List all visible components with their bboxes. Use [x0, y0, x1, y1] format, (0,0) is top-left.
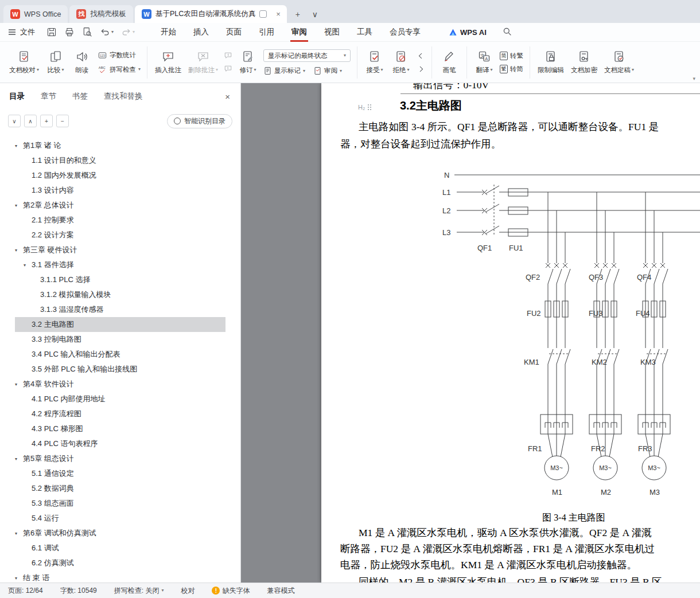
missing-font-warning[interactable]: ! 缺失字体	[212, 586, 250, 596]
track-changes-button[interactable]: 修订▾	[235, 48, 261, 77]
menu-tab-引用[interactable]: 引用	[250, 23, 283, 42]
zoom-out-button[interactable]: −	[56, 115, 69, 127]
toc-item[interactable]: ▾结 束 语	[15, 570, 225, 583]
file-menu-button[interactable]: 文件	[8, 27, 35, 37]
toc-item[interactable]: 1.1 设计目的和意义	[15, 153, 225, 168]
toc-item[interactable]: 1.2 国内外发展概况	[15, 168, 225, 183]
previous-change-button[interactable]	[417, 52, 425, 60]
tab-template-doc[interactable]: 找 找稿壳模板	[69, 5, 133, 23]
undo-button[interactable]: ▾	[100, 27, 114, 37]
insert-comment-button[interactable]: 插入批注	[151, 48, 185, 77]
finalize-document-button[interactable]: 文档定稿▾	[601, 48, 637, 77]
document-area[interactable]: 输出信号：0-10V H₂ 3.2主电路图 主电路如图 3-4 所示。QF1 是…	[241, 83, 700, 583]
page[interactable]: 输出信号：0-10V H₂ 3.2主电路图 主电路如图 3-4 所示。QF1 是…	[321, 83, 700, 583]
toc-item[interactable]: ▾第1章 诸 论	[15, 138, 225, 153]
next-comment-button[interactable]	[224, 65, 232, 73]
proofread-button[interactable]: 校对	[181, 586, 195, 596]
toc-item[interactable]: 4.3 PLC 梯形图	[15, 421, 225, 436]
show-markup-button[interactable]: 显示标记 ▾	[263, 67, 305, 75]
toc-item[interactable]: 3.4 PLC 输入和输出分配表	[15, 347, 225, 362]
compatibility-mode-indicator[interactable]: 兼容模式	[267, 586, 294, 596]
zoom-in-button[interactable]: +	[40, 115, 53, 127]
spell-check-button[interactable]: ABC 拼写检查 ▾	[98, 65, 141, 75]
toc-item[interactable]: 5.1 通信设定	[15, 466, 225, 481]
toc-item[interactable]: 3.1.3 温湿度传感器	[15, 302, 225, 317]
restrict-editing-button[interactable]: 限制编辑	[534, 48, 567, 77]
sidebar-tab-查找和替换[interactable]: 查找和替换	[104, 91, 143, 101]
save-button[interactable]	[46, 27, 57, 37]
tab-wps-office[interactable]: W WPS Office	[3, 5, 68, 23]
toc-item[interactable]: 1.3 设计内容	[15, 183, 225, 198]
toc-item[interactable]: 5.4 运行	[15, 511, 225, 526]
traditional-to-simplified-button[interactable]: 繁 转简	[500, 65, 523, 73]
translate-button[interactable]: 文A 翻译▾	[471, 48, 497, 77]
toc-expand-arrow-icon[interactable]: ▾	[15, 576, 23, 581]
new-tab-button[interactable]: +	[290, 7, 305, 22]
collapse-all-button[interactable]: ∧	[24, 115, 37, 127]
toc-item[interactable]: 3.1.2 模拟量输入模块	[15, 287, 225, 302]
toc-item[interactable]: 3.5 外部 PLC 输入和输出接线图	[15, 362, 225, 377]
sidebar-tab-章节[interactable]: 章节	[41, 91, 56, 101]
smart-toc-button[interactable]: 智能识别目录	[167, 114, 232, 128]
toc-item[interactable]: 2.1 控制要求	[15, 213, 225, 228]
delete-comment-button[interactable]: 删除批注▾	[185, 48, 221, 77]
toc-item[interactable]: 2.2 设计方案	[15, 228, 225, 243]
accept-button[interactable]: 接受▾	[361, 48, 388, 77]
menu-tab-开始[interactable]: 开始	[152, 23, 185, 42]
collapse-ribbon-icon[interactable]: ▾	[693, 76, 695, 81]
toc-item[interactable]: ▾第2章 总体设计	[15, 198, 225, 213]
page-indicator[interactable]: 页面: 12/64	[8, 586, 43, 596]
toc-item[interactable]: 3.2 主电路图	[15, 317, 225, 332]
toc-item[interactable]: 3.3 控制电路图	[15, 332, 225, 347]
encrypt-document-button[interactable]: 文档加密	[567, 48, 601, 77]
search-button[interactable]	[503, 27, 512, 38]
previous-comment-button[interactable]	[224, 52, 232, 60]
toc-item[interactable]: ▾3.1 器件选择	[15, 257, 225, 272]
word-count-indicator[interactable]: 字数: 10549	[60, 586, 97, 596]
sidebar-close-icon[interactable]: ×	[225, 92, 230, 101]
pen-button[interactable]: 画笔	[436, 48, 462, 77]
toc-expand-arrow-icon[interactable]: ▾	[15, 382, 23, 387]
word-count-button[interactable]: 123 字数统计	[98, 50, 141, 60]
toc-item[interactable]: 4.1 PLC 内部使用地址	[15, 392, 225, 407]
menu-tab-工具[interactable]: 工具	[348, 23, 381, 42]
heading-handle[interactable]: H₂	[358, 104, 372, 111]
menu-tab-页面[interactable]: 页面	[217, 23, 250, 42]
menu-tab-插入[interactable]: 插入	[185, 23, 217, 42]
sidebar-tab-书签[interactable]: 书签	[72, 91, 88, 101]
toc-item[interactable]: 3.1.1 PLC 选择	[15, 272, 225, 287]
close-icon[interactable]: ×	[274, 10, 282, 18]
toc-item[interactable]: ▾第4章 软件设计	[15, 377, 225, 392]
toc-item[interactable]: ▾第6章 调试和仿真测试	[15, 526, 225, 541]
markup-state-select[interactable]: 显示标记的最终状态 ▾	[263, 49, 351, 62]
doc-proof-button[interactable]: 文档校对▾	[6, 48, 42, 77]
print-preview-button[interactable]	[82, 27, 92, 37]
toc-expand-arrow-icon[interactable]: ▾	[15, 248, 23, 253]
print-button[interactable]	[64, 27, 75, 37]
toc-expand-arrow-icon[interactable]: ▾	[24, 263, 32, 268]
menu-tab-会员专享[interactable]: 会员专享	[381, 23, 429, 42]
toc-item[interactable]: 6.2 仿真测试	[15, 556, 225, 570]
review-options-button[interactable]: 审阅 ▾	[313, 67, 342, 75]
chevron-down-icon[interactable]: ▾	[133, 30, 135, 34]
toc-item[interactable]: 5.3 组态画面	[15, 496, 225, 511]
menu-tab-视图[interactable]: 视图	[316, 23, 348, 42]
menu-tab-审阅[interactable]: 审阅	[283, 23, 316, 42]
compare-button[interactable]: 比较▾	[42, 48, 69, 77]
toc-item[interactable]: 4.4 PLC 语句表程序	[15, 436, 225, 451]
spellcheck-indicator[interactable]: 拼写检查: 关闭 ▾	[114, 586, 164, 596]
next-change-button[interactable]	[417, 65, 425, 73]
read-aloud-button[interactable]: 朗读	[69, 48, 95, 77]
tab-list-button[interactable]: ∨	[308, 7, 322, 22]
toc-item[interactable]: ▾第5章 组态设计	[15, 451, 225, 466]
wps-ai-button[interactable]: WPS AI	[449, 28, 487, 37]
toc-expand-arrow-icon[interactable]: ▾	[15, 203, 23, 208]
toc-item[interactable]: 4.2 程序流程图	[15, 407, 225, 421]
toc-expand-arrow-icon[interactable]: ▾	[15, 531, 23, 536]
chevron-down-icon[interactable]: ▾	[111, 30, 114, 34]
tab-active-document[interactable]: W 基于PLC农田自动灌溉系统仿真 ×	[135, 5, 287, 23]
simplified-to-traditional-button[interactable]: 简 转繁	[500, 52, 523, 60]
sidebar-tab-目录[interactable]: 目录	[9, 91, 25, 101]
redo-button[interactable]: ▾	[121, 27, 135, 37]
reject-button[interactable]: 拒绝▾	[388, 48, 414, 77]
